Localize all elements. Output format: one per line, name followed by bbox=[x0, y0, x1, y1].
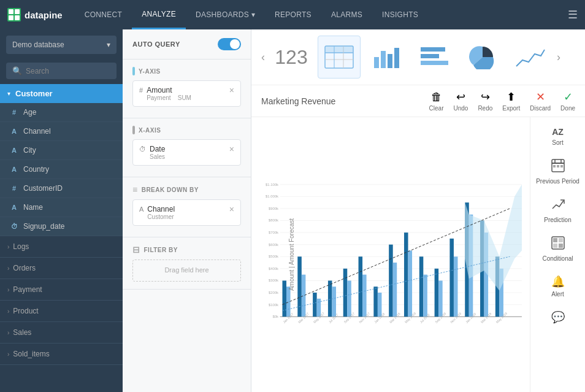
chart-type-hbar[interactable] bbox=[413, 36, 456, 79]
svg-rect-53 bbox=[286, 286, 291, 317]
sidebar-item-orders[interactable]: › Orders bbox=[0, 258, 123, 279]
nav-items: CONNECT ANALYZE DASHBOARDS ▾ REPORTS ALA… bbox=[75, 0, 568, 29]
svg-rect-48 bbox=[435, 269, 439, 317]
field-country[interactable]: A Country bbox=[0, 160, 123, 179]
nav-alarms[interactable]: ALARMS bbox=[321, 0, 372, 29]
field-city[interactable]: A City bbox=[0, 141, 123, 160]
customerid-label: CustomerID bbox=[23, 184, 63, 193]
field-signup-date[interactable]: ⏱ Signup_date bbox=[0, 217, 123, 236]
breakdown-field-name: Channel bbox=[147, 205, 175, 213]
chart-type-number[interactable]: 123 bbox=[270, 36, 313, 79]
sort-icon: AZ bbox=[552, 127, 564, 137]
product-arrow-icon: › bbox=[7, 308, 9, 315]
sidebar-item-sales[interactable]: › Sales bbox=[0, 322, 123, 344]
sidebar-item-payment[interactable]: › Payment bbox=[0, 279, 123, 301]
svg-rect-57 bbox=[347, 280, 351, 317]
nav-dashboards[interactable]: DASHBOARDS ▾ bbox=[186, 0, 265, 29]
chart-wrapper: Amount | Amount Forecast $1.100k $1.000k… bbox=[251, 117, 585, 392]
x-axis-label-row: X-AXIS bbox=[132, 126, 241, 134]
search-icon: 🔍 bbox=[12, 66, 22, 75]
breakdown-field-remove-button[interactable]: × bbox=[229, 205, 234, 213]
sort-label: Sort bbox=[552, 139, 563, 147]
svg-rect-43 bbox=[359, 256, 363, 317]
line-chart-icon bbox=[515, 45, 546, 69]
comment-icon: 💬 bbox=[551, 310, 565, 324]
y-axis-indicator bbox=[132, 67, 135, 75]
done-button[interactable]: ✓ Done bbox=[560, 90, 575, 112]
prediction-icon bbox=[551, 198, 565, 214]
alert-button[interactable]: 🔔 Alert bbox=[530, 270, 585, 303]
svg-rect-12 bbox=[421, 61, 448, 65]
discard-button[interactable]: ✕ Discard bbox=[530, 90, 551, 112]
field-customerid[interactable]: # CustomerID bbox=[0, 179, 123, 198]
comment-button[interactable]: 💬 bbox=[530, 306, 585, 329]
field-channel[interactable]: A Channel bbox=[0, 122, 123, 141]
chart-type-table[interactable] bbox=[318, 36, 361, 79]
sort-button[interactable]: AZ Sort bbox=[530, 122, 585, 152]
payment-label: Payment bbox=[13, 285, 42, 294]
name-label: Name bbox=[23, 203, 43, 212]
db-selector[interactable]: Demo database ▾ bbox=[6, 36, 117, 54]
filter-drop-zone[interactable]: Drag field here bbox=[132, 259, 241, 282]
conditional-icon bbox=[551, 236, 565, 253]
auto-query-toggle[interactable] bbox=[218, 38, 241, 50]
customer-arrow: ▾ bbox=[7, 90, 10, 97]
chart-type-bar[interactable] bbox=[365, 36, 408, 79]
prediction-button[interactable]: Prediction bbox=[530, 193, 585, 229]
svg-text:$200k: $200k bbox=[269, 291, 278, 294]
chart-type-line[interactable] bbox=[509, 36, 552, 79]
redo-button[interactable]: ↪ Redo bbox=[478, 90, 492, 112]
svg-rect-42 bbox=[343, 269, 348, 317]
sidebar-item-logs[interactable]: › Logs bbox=[0, 236, 123, 258]
nav-insights[interactable]: INSIGHTS bbox=[372, 0, 428, 29]
x-field-remove-button[interactable]: × bbox=[229, 145, 234, 153]
hamburger-icon[interactable]: ☰ bbox=[568, 8, 578, 21]
y-field-left: # Amount Payment SUM bbox=[139, 86, 191, 101]
redo-label: Redo bbox=[478, 105, 492, 112]
conditional-button[interactable]: Conditional bbox=[530, 231, 585, 267]
signup-type-icon: ⏱ bbox=[10, 223, 18, 230]
sales-arrow-icon: › bbox=[7, 329, 9, 336]
nav-analyze[interactable]: ANALYZE bbox=[132, 0, 186, 29]
x-field-chip[interactable]: ⏱ Date Sales × bbox=[132, 139, 241, 166]
sales-label: Sales bbox=[13, 328, 31, 337]
chart-type-pie[interactable] bbox=[461, 36, 504, 79]
toolbar-actions: 🗑 Clear ↩ Undo ↪ Redo ⬆ Export ✕ Disc bbox=[429, 90, 575, 112]
chart-type-prev-button[interactable]: ‹ bbox=[259, 51, 267, 64]
y-field-chip[interactable]: # Amount Payment SUM × bbox=[132, 80, 241, 107]
undo-button[interactable]: ↩ Undo bbox=[453, 90, 468, 112]
chart-type-next-button[interactable]: › bbox=[554, 51, 563, 64]
breakdown-field-icon: A bbox=[139, 206, 143, 213]
customer-section-header[interactable]: ▾ Customer bbox=[0, 84, 123, 103]
country-label: Country bbox=[23, 165, 49, 174]
field-age[interactable]: # Age bbox=[0, 103, 123, 122]
svg-rect-6 bbox=[374, 57, 379, 68]
sold-items-arrow-icon: › bbox=[7, 351, 9, 358]
toggle-knob bbox=[230, 39, 240, 49]
sidebar-search-box[interactable]: 🔍 bbox=[6, 63, 117, 79]
y-field-remove-button[interactable]: × bbox=[229, 86, 234, 94]
search-input[interactable] bbox=[26, 67, 110, 75]
db-selector-chevron: ▾ bbox=[107, 40, 110, 49]
svg-rect-49 bbox=[449, 239, 454, 317]
export-button[interactable]: ⬆ Export bbox=[502, 90, 520, 112]
sidebar-item-product[interactable]: › Product bbox=[0, 301, 123, 322]
breakdown-label-row: ≡ BREAK DOWN BY bbox=[132, 185, 241, 194]
nav-reports[interactable]: REPORTS bbox=[265, 0, 321, 29]
previous-period-button[interactable]: Previous Period bbox=[530, 154, 585, 190]
x-field-name: Date bbox=[150, 145, 165, 153]
svg-rect-61 bbox=[408, 250, 413, 317]
svg-rect-40 bbox=[313, 293, 317, 317]
export-label: Export bbox=[502, 105, 520, 112]
clear-button[interactable]: 🗑 Clear bbox=[429, 91, 444, 112]
payment-arrow-icon: › bbox=[7, 286, 9, 293]
breakdown-section: ≡ BREAK DOWN BY A Channel Customer × bbox=[123, 177, 251, 237]
breakdown-field-chip[interactable]: A Channel Customer × bbox=[132, 199, 241, 226]
svg-rect-58 bbox=[362, 275, 367, 317]
age-type-icon: # bbox=[10, 109, 18, 116]
svg-rect-89 bbox=[553, 165, 556, 167]
svg-text:$0k: $0k bbox=[272, 315, 278, 318]
sidebar-item-sold-items[interactable]: › Sold_items bbox=[0, 344, 123, 365]
nav-connect[interactable]: CONNECT bbox=[75, 0, 132, 29]
field-name[interactable]: A Name bbox=[0, 198, 123, 217]
